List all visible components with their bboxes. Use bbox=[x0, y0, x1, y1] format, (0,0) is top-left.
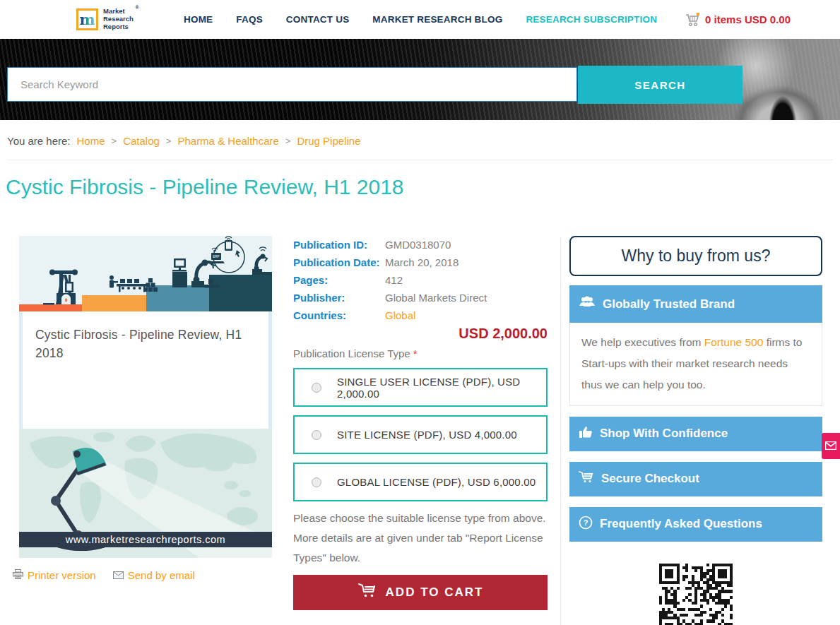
header-cart[interactable]: 0 items USD 0.00 bbox=[685, 13, 791, 27]
users-icon bbox=[579, 296, 596, 312]
license-note: Please choose the suitable license type … bbox=[293, 508, 548, 568]
printer-version-label: Printer version bbox=[28, 569, 96, 581]
erp-label: ERP bbox=[213, 255, 219, 258]
product-actions: Printer version Send by email bbox=[13, 569, 272, 581]
detail-label: Pages: bbox=[293, 271, 385, 289]
printer-version-link[interactable]: Printer version bbox=[13, 569, 96, 581]
nav-research-subscription[interactable]: RESEARCH SUBSCRIPTION bbox=[526, 14, 657, 25]
breadcrumb: You are here: Home > Catalog > Pharma & … bbox=[7, 135, 361, 147]
detail-value: Global Markets Direct bbox=[385, 289, 487, 306]
column-divider bbox=[560, 237, 561, 625]
sidebar-column: Why to buy from us? Globally Trusted Bra… bbox=[569, 236, 822, 625]
license-option-label: GLOBAL LICENSE (PDF), USD 6,000.00 bbox=[337, 476, 536, 488]
sidebar-banner-label: Shop With Confidence bbox=[600, 427, 728, 441]
logo-wordmark: ® Market Research Reports bbox=[103, 8, 134, 31]
detail-value: March 20, 2018 bbox=[385, 254, 459, 271]
printer-icon bbox=[13, 569, 23, 581]
detail-label: Countries: bbox=[293, 306, 385, 324]
email-share-tab[interactable] bbox=[822, 433, 840, 459]
logo-mark-box: m bbox=[76, 8, 98, 30]
sidebar-item-globally-trusted-brand[interactable]: Globally Trusted Brand bbox=[569, 285, 822, 323]
product-column: ERP Cystic Fibrosis - Pipeline Review, H… bbox=[19, 236, 272, 581]
detail-row-pages: Pages: 412 bbox=[293, 271, 548, 289]
main-nav: HOME FAQS CONTACT US MARKET RESEARCH BLO… bbox=[184, 14, 657, 25]
fortune-500-link[interactable]: Fortune 500 bbox=[704, 336, 764, 348]
cover-title-panel: Cystic Fibrosis - Pipeline Review, H1 20… bbox=[19, 311, 272, 429]
detail-row-publication-id: Publication ID: GMD0318070 bbox=[293, 236, 548, 254]
license-option-label: SINGLE USER LICENSE (PDF), USD 2,000.00 bbox=[337, 376, 546, 400]
radio-button[interactable] bbox=[312, 430, 321, 440]
product-cover-image: ERP Cystic Fibrosis - Pipeline Review, H… bbox=[19, 236, 272, 558]
license-type-heading: Publication License Type * bbox=[293, 347, 548, 359]
breadcrumb-drug-pipeline[interactable]: Drug Pipeline bbox=[297, 135, 360, 147]
cover-map-panel: www.marketresearchreports.com bbox=[19, 429, 272, 558]
detail-row-countries: Countries: Global bbox=[293, 306, 548, 324]
breadcrumb-catalog[interactable]: Catalog bbox=[123, 135, 160, 147]
breadcrumb-home[interactable]: Home bbox=[77, 135, 105, 147]
nav-faqs[interactable]: FAQS bbox=[236, 14, 263, 25]
breadcrumb-prefix: You are here: bbox=[7, 135, 71, 147]
breadcrumb-pharma-healthcare[interactable]: Pharma & Healthcare bbox=[177, 135, 278, 147]
radio-button[interactable] bbox=[312, 477, 321, 487]
required-asterisk: * bbox=[413, 347, 418, 359]
detail-value: GMD0318070 bbox=[385, 236, 451, 254]
cart-icon bbox=[685, 13, 701, 27]
divider bbox=[7, 160, 834, 160]
send-by-email-label: Send by email bbox=[128, 569, 195, 581]
svg-text:?: ? bbox=[584, 518, 588, 527]
cover-title: Cystic Fibrosis - Pipeline Review, H1 20… bbox=[35, 326, 259, 363]
breadcrumb-separator: > bbox=[166, 136, 172, 146]
logo-line-3: Reports bbox=[103, 23, 134, 31]
sidebar-banner-label: Frequently Asked Questions bbox=[600, 517, 762, 531]
search-button[interactable]: SEARCH bbox=[578, 66, 743, 104]
cart-icon-white bbox=[357, 582, 377, 602]
trusted-brand-text: We help executives from Fortune 500 firm… bbox=[569, 323, 822, 406]
page-title: Cystic Fibrosis - Pipeline Review, H1 20… bbox=[6, 175, 404, 199]
registered-mark: ® bbox=[136, 5, 139, 11]
industry-illustration: ERP bbox=[19, 236, 272, 311]
sidebar-banner-label: Globally Trusted Brand bbox=[603, 297, 735, 311]
sidebar-banner-label: Secure Checkout bbox=[601, 472, 699, 486]
detail-label: Publication ID: bbox=[293, 236, 385, 254]
sidebar-item-shop-with-confidence[interactable]: Shop With Confidence bbox=[569, 417, 822, 451]
nav-market-research-blog[interactable]: MARKET RESEARCH BLOG bbox=[372, 14, 502, 25]
why-to-buy-box: Why to buy from us? bbox=[569, 236, 822, 276]
cart-icon-sidebar bbox=[579, 470, 594, 487]
license-option-site[interactable]: SITE LICENSE (PDF), USD 4,000.00 bbox=[293, 415, 548, 454]
qr-code bbox=[659, 564, 733, 625]
email-icon bbox=[113, 569, 124, 581]
envelope-icon bbox=[825, 440, 836, 453]
hero-search-banner: SEARCH bbox=[0, 39, 840, 120]
top-header: m ® Market Research Reports HOME FAQS CO… bbox=[0, 0, 840, 39]
send-by-email-link[interactable]: Send by email bbox=[113, 569, 195, 581]
license-heading-text: Publication License Type bbox=[293, 347, 410, 359]
detail-row-publication-date: Publication Date: March 20, 2018 bbox=[293, 254, 548, 271]
detail-value: 412 bbox=[385, 271, 403, 289]
search-input[interactable] bbox=[7, 67, 577, 102]
thumbs-up-icon bbox=[579, 425, 593, 442]
radio-button[interactable] bbox=[312, 383, 321, 393]
question-circle-icon: ? bbox=[579, 516, 593, 533]
detail-label: Publisher: bbox=[293, 289, 385, 306]
nav-home[interactable]: HOME bbox=[184, 14, 213, 25]
add-to-cart-button[interactable]: ADD TO CART bbox=[293, 575, 548, 610]
sidebar-item-faq[interactable]: ? Frequently Asked Questions bbox=[569, 507, 822, 542]
site-logo[interactable]: m ® Market Research Reports bbox=[76, 8, 134, 31]
breadcrumb-separator: > bbox=[112, 136, 117, 146]
detail-row-publisher: Publisher: Global Markets Direct bbox=[293, 289, 548, 306]
trusted-text-prefix: We help executives from bbox=[581, 336, 704, 348]
cover-website-bar: www.marketresearchreports.com bbox=[19, 532, 272, 547]
license-option-label: SITE LICENSE (PDF), USD 4,000.00 bbox=[337, 429, 517, 441]
license-option-single-user[interactable]: SINGLE USER LICENSE (PDF), USD 2,000.00 bbox=[293, 368, 548, 407]
logo-m-glyph: m bbox=[79, 12, 95, 27]
sidebar-item-secure-checkout[interactable]: Secure Checkout bbox=[569, 462, 822, 496]
license-option-global[interactable]: GLOBAL LICENSE (PDF), USD 6,000.00 bbox=[293, 463, 548, 501]
countries-link[interactable]: Global bbox=[385, 306, 415, 324]
cart-summary: 0 items USD 0.00 bbox=[705, 13, 791, 25]
nav-contact-us[interactable]: CONTACT US bbox=[286, 14, 350, 25]
breadcrumb-separator: > bbox=[285, 136, 291, 146]
product-price: USD 2,000.00 bbox=[293, 326, 548, 342]
details-column: Publication ID: GMD0318070 Publication D… bbox=[293, 236, 548, 610]
add-to-cart-label: ADD TO CART bbox=[386, 585, 484, 600]
detail-label: Publication Date: bbox=[293, 254, 385, 271]
